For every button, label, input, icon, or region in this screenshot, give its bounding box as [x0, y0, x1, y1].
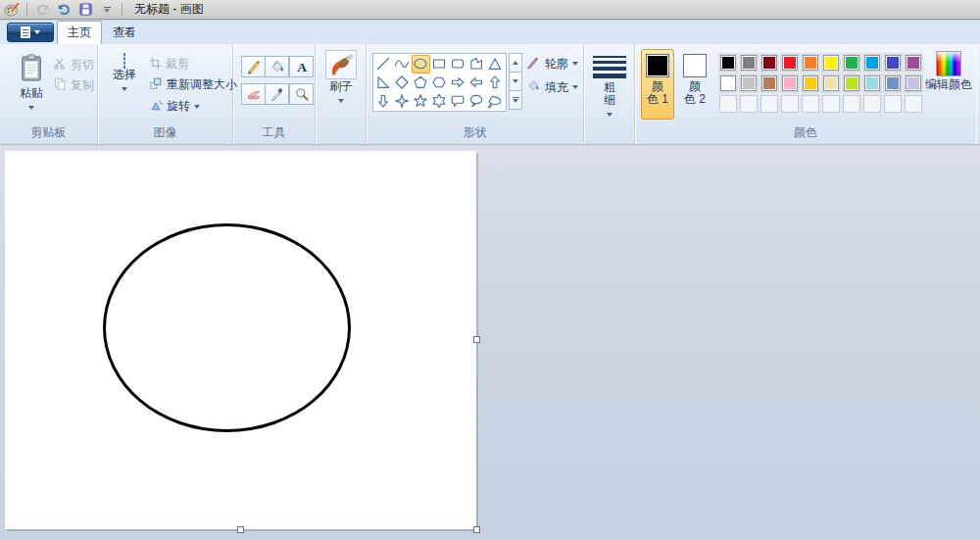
palette-swatch-r2c5[interactable]	[801, 74, 820, 93]
shape-triangle-icon[interactable]	[486, 55, 505, 74]
swatch-color	[844, 55, 859, 71]
color1-button[interactable]: 颜 色 1	[641, 49, 674, 120]
shapes-scroll-down-button[interactable]	[509, 72, 522, 91]
shape-arrow-right-icon[interactable]	[449, 74, 467, 92]
palette-swatch-r1c6[interactable]	[821, 53, 841, 73]
save-icon[interactable]	[76, 2, 94, 18]
empty-swatch	[740, 95, 758, 113]
qat-customize-dropdown[interactable]	[98, 2, 116, 18]
palette-swatch-r1c7[interactable]	[842, 53, 861, 73]
palette-swatch-r2c2[interactable]	[739, 74, 759, 93]
palette-swatch-r2c4[interactable]	[780, 74, 800, 93]
color1-label: 颜 色 1	[642, 80, 673, 106]
redo-icon[interactable]	[33, 2, 51, 18]
canvas-resize-handle-bottom[interactable]	[237, 526, 244, 533]
shape-ellipse-icon[interactable]	[412, 55, 430, 74]
resize-button[interactable]: 重新调整大小	[149, 76, 237, 93]
palette-empty-slot-3[interactable]	[760, 94, 779, 114]
crop-button[interactable]: 裁剪	[149, 56, 189, 73]
palette-swatch-r2c9[interactable]	[883, 74, 903, 93]
shape-right-triangle-icon[interactable]	[374, 74, 393, 92]
palette-swatch-r2c7[interactable]	[842, 74, 861, 93]
shape-star-6-icon[interactable]	[430, 92, 449, 111]
shape-hexagon-icon[interactable]	[430, 74, 449, 92]
palette-empty-slot-5[interactable]	[801, 94, 820, 114]
fill-bucket-icon	[526, 78, 541, 96]
group-image: 选择 裁剪 重新调整大小 旋转 图像	[98, 44, 233, 144]
drawn-ellipse[interactable]	[103, 223, 351, 432]
shape-star-4-icon[interactable]	[393, 92, 412, 111]
image-group-label: 图像	[98, 124, 232, 141]
picker-tool-button[interactable]	[265, 83, 289, 105]
shape-arrow-down-icon[interactable]	[374, 92, 393, 111]
palette-swatch-r2c1[interactable]	[718, 74, 738, 93]
palette-swatch-r1c8[interactable]	[862, 53, 882, 73]
palette-swatch-r1c4[interactable]	[780, 53, 800, 73]
shape-diamond-icon[interactable]	[393, 74, 412, 92]
crop-label: 裁剪	[166, 56, 189, 73]
shape-star-5-icon[interactable]	[412, 92, 430, 111]
rotate-button[interactable]: 旋转	[149, 98, 200, 115]
shape-rectangle-icon[interactable]	[430, 55, 449, 74]
palette-empty-slot-4[interactable]	[780, 94, 800, 114]
shape-polygon-icon[interactable]	[467, 55, 486, 74]
application-menu-button[interactable]	[7, 23, 54, 42]
palette-swatch-r2c6[interactable]	[821, 74, 841, 93]
title-bar: 无标题 - 画图	[0, 0, 980, 20]
palette-swatch-r1c10[interactable]	[904, 53, 923, 73]
shape-curve-icon[interactable]	[393, 55, 412, 74]
pencil-tool-button[interactable]	[241, 56, 266, 77]
paste-button[interactable]: 粘贴	[12, 52, 51, 114]
palette-empty-slot-6[interactable]	[821, 94, 841, 114]
fill-tool-button[interactable]	[265, 56, 289, 77]
outline-pencil-icon	[526, 55, 541, 73]
empty-swatch	[905, 95, 922, 113]
undo-icon[interactable]	[55, 2, 73, 18]
palette-empty-slot-1[interactable]	[718, 94, 738, 114]
tab-view[interactable]: 查看	[102, 21, 147, 44]
palette-empty-slot-2[interactable]	[739, 94, 759, 114]
shape-pentagon-icon[interactable]	[412, 74, 430, 92]
palette-swatch-r2c10[interactable]	[904, 74, 923, 93]
resize-label: 重新调整大小	[167, 76, 237, 93]
swatch-color	[741, 75, 757, 91]
shape-callout-cloud-icon[interactable]	[486, 92, 505, 111]
qat-separator	[26, 3, 27, 17]
select-button[interactable]: 选择	[104, 54, 145, 95]
palette-swatch-r1c3[interactable]	[760, 53, 779, 73]
shapes-scroll-up-button[interactable]	[509, 53, 522, 73]
canvas-resize-handle-corner[interactable]	[473, 526, 480, 533]
tab-home[interactable]: 主页	[57, 21, 102, 44]
palette-empty-slot-7[interactable]	[842, 94, 861, 114]
size-button[interactable]: 粗 细	[593, 56, 626, 121]
cut-button[interactable]: 剪切	[53, 57, 94, 74]
drawing-canvas[interactable]	[5, 151, 476, 529]
edit-colors-button[interactable]: 编辑颜色	[923, 51, 974, 93]
palette-swatch-r1c9[interactable]	[883, 53, 903, 73]
palette-swatch-r2c3[interactable]	[760, 74, 779, 93]
shape-line-icon[interactable]	[374, 55, 393, 74]
palette-empty-slot-9[interactable]	[883, 94, 903, 114]
shapes-overflow-button[interactable]	[509, 90, 522, 110]
outline-dropdown-caret	[572, 62, 578, 66]
palette-swatch-r2c8[interactable]	[862, 74, 882, 93]
shape-arrow-left-icon[interactable]	[467, 74, 486, 92]
palette-swatch-r1c1[interactable]	[718, 53, 738, 73]
palette-swatch-r1c2[interactable]	[739, 53, 759, 73]
palette-empty-slot-8[interactable]	[862, 94, 882, 114]
palette-empty-slot-10[interactable]	[904, 94, 923, 114]
shape-callout-rounded-icon[interactable]	[449, 92, 467, 111]
shape-arrow-up-icon[interactable]	[486, 74, 505, 92]
palette-swatch-r1c5[interactable]	[801, 53, 820, 73]
shape-fill-button[interactable]: 填充	[526, 78, 578, 96]
shape-rounded-rectangle-icon[interactable]	[449, 55, 467, 74]
outline-button[interactable]: 轮廓	[526, 55, 578, 73]
canvas-resize-handle-right[interactable]	[473, 336, 480, 343]
shape-callout-oval-icon[interactable]	[467, 92, 486, 111]
copy-button[interactable]: 复制	[53, 77, 94, 94]
eraser-tool-button[interactable]	[241, 83, 266, 105]
text-tool-button[interactable]: A	[289, 56, 314, 77]
magnifier-tool-button[interactable]	[289, 83, 314, 105]
color2-button[interactable]: 颜 色 2	[678, 49, 711, 120]
brush-button[interactable]: 刷子	[324, 50, 358, 107]
